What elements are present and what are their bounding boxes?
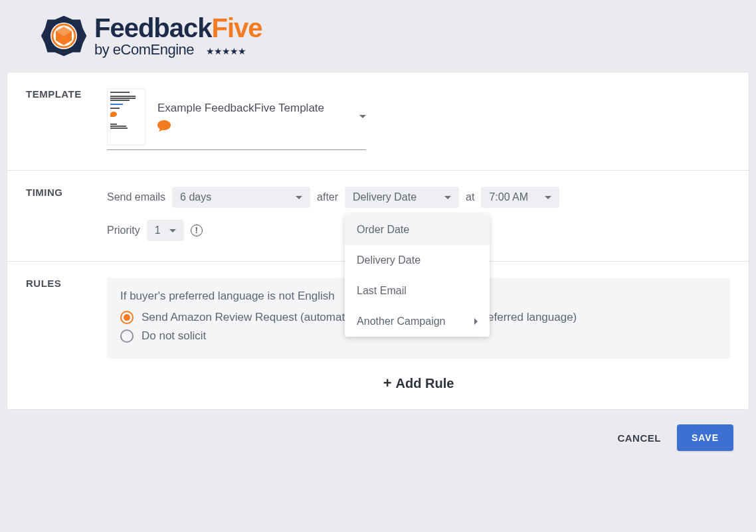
stars-icon: ★★★★★	[206, 46, 246, 56]
priority-label: Priority	[107, 224, 140, 236]
send-emails-label: Send emails	[107, 191, 165, 203]
settings-panel: TEMPLATE Example Fe	[7, 72, 749, 410]
cancel-button[interactable]: CANCEL	[617, 432, 661, 444]
priority-dropdown[interactable]: 1	[147, 220, 184, 241]
chevron-down-icon	[444, 196, 451, 199]
app-header: FeedbackFive by eComEngine ★★★★★	[0, 0, 756, 72]
add-rule-button[interactable]: + Add Rule	[107, 375, 730, 392]
info-icon[interactable]: !	[191, 224, 203, 236]
rules-section-label: RULES	[26, 278, 107, 392]
time-value: 7:00 AM	[489, 191, 528, 203]
chevron-right-icon	[474, 318, 478, 325]
plus-icon: +	[383, 375, 392, 392]
chevron-down-icon	[296, 196, 302, 199]
radio-icon	[120, 329, 134, 343]
logo-gear-icon	[40, 12, 88, 60]
brand-name-part2: Five	[212, 13, 262, 43]
add-rule-label: Add Rule	[396, 376, 454, 391]
save-button[interactable]: SAVE	[677, 424, 733, 451]
menu-item-last-email[interactable]: Last Email	[345, 276, 490, 306]
chevron-down-icon	[169, 229, 176, 232]
radio-skip-label: Do not solicit	[142, 329, 206, 343]
brand-logo: FeedbackFive by eComEngine ★★★★★	[40, 12, 756, 60]
priority-value: 1	[155, 224, 161, 236]
template-section: TEMPLATE Example Fe	[7, 72, 749, 171]
brand-subtitle: by eComEngine	[94, 43, 194, 57]
date-type-dropdown[interactable]: Delivery Date Order Date Delivery Date L…	[345, 187, 459, 208]
days-value: 6 days	[180, 191, 211, 203]
date-type-menu: Order Date Delivery Date Last Email Anot…	[345, 215, 490, 337]
at-label: at	[466, 191, 474, 203]
chevron-down-icon	[545, 196, 551, 199]
radio-icon	[120, 311, 134, 324]
brand-name-part1: Feedback	[94, 13, 212, 43]
chevron-down-icon	[359, 115, 366, 118]
after-label: after	[317, 191, 338, 203]
time-dropdown[interactable]: 7:00 AM	[481, 187, 559, 208]
template-section-label: TEMPLATE	[26, 88, 107, 150]
template-thumbnail	[107, 88, 145, 145]
timing-section-label: TIMING	[26, 187, 107, 241]
timing-section: TIMING Send emails 6 days after Delivery…	[7, 171, 749, 262]
menu-item-delivery-date[interactable]: Delivery Date	[345, 245, 490, 276]
date-type-value: Delivery Date	[353, 191, 417, 203]
footer-actions: CANCEL SAVE	[0, 410, 756, 466]
menu-item-order-date[interactable]: Order Date	[345, 215, 490, 245]
menu-item-another-campaign[interactable]: Another Campaign	[345, 306, 490, 337]
template-name: Example FeedbackFive Template	[157, 102, 324, 115]
comment-icon	[157, 120, 171, 135]
days-dropdown[interactable]: 6 days	[172, 187, 310, 208]
template-selector[interactable]: Example FeedbackFive Template	[107, 88, 366, 150]
brand-text: FeedbackFive by eComEngine ★★★★★	[94, 15, 262, 57]
